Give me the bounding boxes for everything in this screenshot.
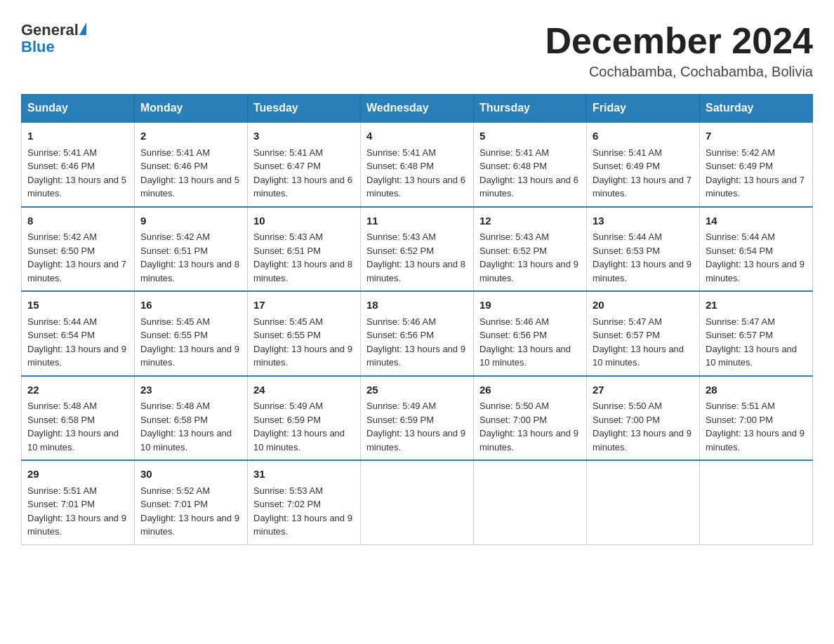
- week-row-1: 1 Sunrise: 5:41 AMSunset: 6:46 PMDayligh…: [22, 122, 813, 207]
- day-info: Sunrise: 5:51 AMSunset: 7:01 PMDaylight:…: [27, 485, 126, 537]
- day-info: Sunrise: 5:41 AMSunset: 6:46 PMDaylight:…: [140, 147, 239, 199]
- calendar-cell: 25 Sunrise: 5:49 AMSunset: 6:59 PMDaylig…: [361, 376, 474, 461]
- calendar-cell: 6 Sunrise: 5:41 AMSunset: 6:49 PMDayligh…: [587, 122, 700, 207]
- day-number: 29: [27, 467, 128, 483]
- month-title: December 2024: [545, 21, 813, 61]
- day-number: 23: [140, 382, 241, 398]
- day-number: 20: [593, 297, 694, 314]
- calendar-cell: 20 Sunrise: 5:47 AMSunset: 6:57 PMDaylig…: [587, 291, 700, 376]
- day-info: Sunrise: 5:49 AMSunset: 6:59 PMDaylight:…: [253, 401, 345, 452]
- day-info: Sunrise: 5:41 AMSunset: 6:48 PMDaylight:…: [479, 147, 578, 199]
- day-number: 17: [253, 297, 355, 314]
- day-number: 25: [366, 382, 468, 398]
- day-number: 8: [27, 213, 128, 229]
- logo-blue-text: Blue: [21, 39, 86, 55]
- calendar-cell: 29 Sunrise: 5:51 AMSunset: 7:01 PMDaylig…: [22, 460, 135, 544]
- calendar-cell: 30 Sunrise: 5:52 AMSunset: 7:01 PMDaylig…: [135, 460, 248, 544]
- day-number: 1: [27, 128, 128, 145]
- day-info: Sunrise: 5:46 AMSunset: 6:56 PMDaylight:…: [366, 316, 465, 368]
- calendar-header-thursday: Thursday: [474, 95, 587, 123]
- calendar-cell: [700, 460, 813, 544]
- day-number: 10: [253, 213, 355, 229]
- calendar-cell: 9 Sunrise: 5:42 AMSunset: 6:51 PMDayligh…: [135, 207, 248, 292]
- logo-triangle-icon: [79, 22, 86, 35]
- calendar-header-tuesday: Tuesday: [248, 95, 361, 123]
- calendar-header-wednesday: Wednesday: [361, 95, 474, 123]
- day-info: Sunrise: 5:43 AMSunset: 6:52 PMDaylight:…: [366, 232, 465, 283]
- day-info: Sunrise: 5:42 AMSunset: 6:49 PMDaylight:…: [706, 147, 805, 199]
- day-number: 4: [366, 128, 468, 145]
- calendar-cell: 1 Sunrise: 5:41 AMSunset: 6:46 PMDayligh…: [22, 122, 135, 207]
- calendar-cell: 16 Sunrise: 5:45 AMSunset: 6:55 PMDaylig…: [135, 291, 248, 376]
- day-info: Sunrise: 5:44 AMSunset: 6:54 PMDaylight:…: [706, 232, 805, 283]
- calendar-cell: 18 Sunrise: 5:46 AMSunset: 6:56 PMDaylig…: [361, 291, 474, 376]
- calendar-cell: 2 Sunrise: 5:41 AMSunset: 6:46 PMDayligh…: [135, 122, 248, 207]
- day-info: Sunrise: 5:45 AMSunset: 6:55 PMDaylight:…: [253, 316, 352, 368]
- calendar-cell: 4 Sunrise: 5:41 AMSunset: 6:48 PMDayligh…: [361, 122, 474, 207]
- calendar-cell: 22 Sunrise: 5:48 AMSunset: 6:58 PMDaylig…: [22, 376, 135, 461]
- title-section: December 2024 Cochabamba, Cochabamba, Bo…: [545, 21, 813, 80]
- calendar-cell: [474, 460, 587, 544]
- day-info: Sunrise: 5:51 AMSunset: 7:00 PMDaylight:…: [706, 401, 805, 452]
- day-number: 18: [366, 297, 468, 314]
- day-info: Sunrise: 5:44 AMSunset: 6:53 PMDaylight:…: [593, 232, 691, 283]
- day-info: Sunrise: 5:42 AMSunset: 6:50 PMDaylight:…: [27, 232, 126, 283]
- calendar-cell: 14 Sunrise: 5:44 AMSunset: 6:54 PMDaylig…: [700, 207, 813, 292]
- calendar-cell: 11 Sunrise: 5:43 AMSunset: 6:52 PMDaylig…: [361, 207, 474, 292]
- day-number: 13: [593, 213, 694, 229]
- day-info: Sunrise: 5:43 AMSunset: 6:51 PMDaylight:…: [253, 232, 352, 283]
- calendar-cell: 17 Sunrise: 5:45 AMSunset: 6:55 PMDaylig…: [248, 291, 361, 376]
- day-info: Sunrise: 5:47 AMSunset: 6:57 PMDaylight:…: [593, 316, 684, 368]
- calendar-cell: 7 Sunrise: 5:42 AMSunset: 6:49 PMDayligh…: [700, 122, 813, 207]
- calendar-cell: 28 Sunrise: 5:51 AMSunset: 7:00 PMDaylig…: [700, 376, 813, 461]
- day-number: 19: [479, 297, 581, 314]
- day-info: Sunrise: 5:42 AMSunset: 6:51 PMDaylight:…: [140, 232, 239, 283]
- day-info: Sunrise: 5:41 AMSunset: 6:49 PMDaylight:…: [593, 147, 691, 199]
- logo: General Blue: [21, 21, 86, 55]
- calendar-header-monday: Monday: [135, 95, 248, 123]
- day-number: 2: [140, 128, 241, 145]
- calendar-header-sunday: Sunday: [22, 95, 135, 123]
- day-info: Sunrise: 5:41 AMSunset: 6:46 PMDaylight:…: [27, 147, 126, 199]
- page-header: General Blue December 2024 Cochabamba, C…: [21, 21, 813, 80]
- day-number: 31: [253, 467, 355, 483]
- day-number: 12: [479, 213, 581, 229]
- calendar-cell: 27 Sunrise: 5:50 AMSunset: 7:00 PMDaylig…: [587, 376, 700, 461]
- calendar-cell: 24 Sunrise: 5:49 AMSunset: 6:59 PMDaylig…: [248, 376, 361, 461]
- day-number: 26: [479, 382, 581, 398]
- day-number: 9: [140, 213, 241, 229]
- day-info: Sunrise: 5:47 AMSunset: 6:57 PMDaylight:…: [706, 316, 797, 368]
- day-number: 3: [253, 128, 355, 145]
- week-row-5: 29 Sunrise: 5:51 AMSunset: 7:01 PMDaylig…: [22, 460, 813, 544]
- day-number: 7: [706, 128, 807, 145]
- week-row-2: 8 Sunrise: 5:42 AMSunset: 6:50 PMDayligh…: [22, 207, 813, 292]
- calendar-header-row: SundayMondayTuesdayWednesdayThursdayFrid…: [22, 95, 813, 123]
- day-info: Sunrise: 5:48 AMSunset: 6:58 PMDaylight:…: [27, 401, 119, 452]
- calendar-table: SundayMondayTuesdayWednesdayThursdayFrid…: [21, 94, 813, 545]
- day-info: Sunrise: 5:49 AMSunset: 6:59 PMDaylight:…: [366, 401, 465, 452]
- calendar-cell: 12 Sunrise: 5:43 AMSunset: 6:52 PMDaylig…: [474, 207, 587, 292]
- day-number: 30: [140, 467, 241, 483]
- calendar-cell: 26 Sunrise: 5:50 AMSunset: 7:00 PMDaylig…: [474, 376, 587, 461]
- calendar-cell: 19 Sunrise: 5:46 AMSunset: 6:56 PMDaylig…: [474, 291, 587, 376]
- day-info: Sunrise: 5:41 AMSunset: 6:47 PMDaylight:…: [253, 147, 352, 199]
- calendar-cell: 21 Sunrise: 5:47 AMSunset: 6:57 PMDaylig…: [700, 291, 813, 376]
- calendar-cell: 8 Sunrise: 5:42 AMSunset: 6:50 PMDayligh…: [22, 207, 135, 292]
- day-number: 14: [706, 213, 807, 229]
- calendar-cell: 15 Sunrise: 5:44 AMSunset: 6:54 PMDaylig…: [22, 291, 135, 376]
- calendar-header-friday: Friday: [587, 95, 700, 123]
- day-info: Sunrise: 5:52 AMSunset: 7:01 PMDaylight:…: [140, 485, 239, 537]
- day-number: 27: [593, 382, 694, 398]
- calendar-cell: 13 Sunrise: 5:44 AMSunset: 6:53 PMDaylig…: [587, 207, 700, 292]
- calendar-cell: 3 Sunrise: 5:41 AMSunset: 6:47 PMDayligh…: [248, 122, 361, 207]
- day-number: 28: [706, 382, 807, 398]
- week-row-3: 15 Sunrise: 5:44 AMSunset: 6:54 PMDaylig…: [22, 291, 813, 376]
- week-row-4: 22 Sunrise: 5:48 AMSunset: 6:58 PMDaylig…: [22, 376, 813, 461]
- location-subtitle: Cochabamba, Cochabamba, Bolivia: [545, 64, 813, 80]
- day-number: 11: [366, 213, 468, 229]
- day-number: 16: [140, 297, 241, 314]
- calendar-header-saturday: Saturday: [700, 95, 813, 123]
- calendar-cell: 23 Sunrise: 5:48 AMSunset: 6:58 PMDaylig…: [135, 376, 248, 461]
- calendar-cell: 5 Sunrise: 5:41 AMSunset: 6:48 PMDayligh…: [474, 122, 587, 207]
- calendar-cell: 31 Sunrise: 5:53 AMSunset: 7:02 PMDaylig…: [248, 460, 361, 544]
